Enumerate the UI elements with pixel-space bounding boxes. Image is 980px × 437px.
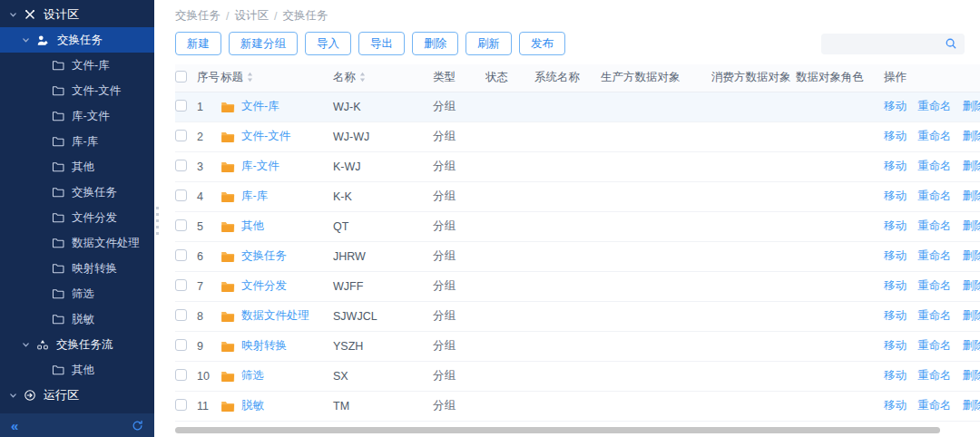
row-checkbox[interactable] <box>175 339 187 351</box>
refresh-button[interactable]: 刷新 <box>466 32 512 55</box>
search-box <box>821 34 965 54</box>
sidebar-item[interactable]: 库-库 <box>0 129 154 154</box>
sidebar-item[interactable]: 脱敏 <box>0 306 154 332</box>
move-link[interactable]: 移动 <box>884 339 906 352</box>
rename-link[interactable]: 重命名 <box>917 309 952 322</box>
rename-link[interactable]: 重命名 <box>917 130 952 142</box>
import-button[interactable]: 导入 <box>305 32 351 55</box>
row-title-link[interactable]: 库-库 <box>241 189 268 204</box>
delete-link[interactable]: 删除 <box>963 160 980 172</box>
sidebar-item[interactable]: 交换任务 <box>0 27 154 53</box>
delete-link[interactable]: 删除 <box>963 369 980 382</box>
move-link[interactable]: 移动 <box>884 189 906 202</box>
move-link[interactable]: 移动 <box>884 219 906 232</box>
folder-icon <box>52 59 64 72</box>
cell-object-role <box>796 301 884 331</box>
row-title-link[interactable]: 映射转换 <box>241 338 287 354</box>
new-group-button[interactable]: 新建分组 <box>229 32 298 55</box>
row-title-link[interactable]: 其他 <box>241 218 264 234</box>
row-title-link[interactable]: 文件分发 <box>241 278 287 294</box>
sidebar-item[interactable]: 文件-文件 <box>0 78 154 103</box>
delete-button[interactable]: 删除 <box>412 32 458 55</box>
rename-link[interactable]: 重命名 <box>917 189 952 202</box>
delete-link[interactable]: 删除 <box>963 249 980 262</box>
row-checkbox[interactable] <box>175 130 187 141</box>
row-title-link[interactable]: 交换任务 <box>241 248 287 264</box>
sidebar-resize-handle[interactable] <box>156 207 159 237</box>
move-link[interactable]: 移动 <box>884 369 906 382</box>
row-checkbox[interactable] <box>175 160 187 171</box>
rename-link[interactable]: 重命名 <box>917 249 952 262</box>
delete-link[interactable]: 删除 <box>963 279 980 292</box>
row-title-link[interactable]: 脱敏 <box>241 398 264 413</box>
move-link[interactable]: 移动 <box>884 309 906 322</box>
sidebar-item[interactable]: 交换任务流 <box>0 332 154 357</box>
move-link[interactable]: 移动 <box>884 130 906 142</box>
sidebar-item[interactable]: 其他 <box>0 154 154 180</box>
refresh-icon[interactable] <box>132 420 143 432</box>
rename-link[interactable]: 重命名 <box>917 160 952 172</box>
horizontal-scrollbar-thumb[interactable] <box>175 427 940 433</box>
breadcrumb-item[interactable]: 交换任务 <box>282 8 328 24</box>
move-link[interactable]: 移动 <box>884 279 906 292</box>
move-link[interactable]: 移动 <box>884 100 906 112</box>
row-title-link[interactable]: 库-文件 <box>241 159 279 174</box>
row-checkbox[interactable] <box>175 369 187 381</box>
delete-link[interactable]: 删除 <box>963 309 980 322</box>
row-checkbox[interactable] <box>175 309 187 321</box>
delete-link[interactable]: 删除 <box>963 339 980 352</box>
export-button[interactable]: 导出 <box>358 32 405 55</box>
row-title-link[interactable]: 筛选 <box>241 368 264 384</box>
delete-link[interactable]: 删除 <box>963 100 980 112</box>
search-input[interactable] <box>821 37 945 50</box>
rename-link[interactable]: 重命名 <box>917 369 952 382</box>
row-title-link[interactable]: 数据文件处理 <box>241 308 309 324</box>
sidebar-item[interactable]: 筛选 <box>0 281 154 306</box>
row-title-link[interactable]: 文件-库 <box>241 99 279 114</box>
move-link[interactable]: 移动 <box>884 399 906 412</box>
row-checkbox[interactable] <box>175 189 187 201</box>
search-icon[interactable] <box>945 37 957 50</box>
breadcrumb-item[interactable]: 交换任务 <box>175 8 220 24</box>
sort-icon[interactable] <box>359 72 366 83</box>
flow-icon <box>36 338 49 351</box>
row-name: SX <box>333 370 348 383</box>
cell-producer-object <box>601 271 711 301</box>
cell-system-name <box>534 301 601 331</box>
rename-link[interactable]: 重命名 <box>917 339 952 352</box>
sidebar-item[interactable]: 其他 <box>0 357 154 383</box>
sidebar-item[interactable]: 交换任务 <box>0 180 154 205</box>
row-checkbox[interactable] <box>175 399 187 411</box>
sidebar-item[interactable]: 文件-库 <box>0 53 154 78</box>
collapse-sidebar-button[interactable]: « <box>11 419 18 432</box>
sidebar-item[interactable]: 文件分发 <box>0 205 154 230</box>
sidebar-item[interactable]: 设计区 <box>0 2 154 27</box>
rename-link[interactable]: 重命名 <box>917 219 952 232</box>
move-link[interactable]: 移动 <box>884 249 906 262</box>
rename-link[interactable]: 重命名 <box>917 399 952 412</box>
row-checkbox[interactable] <box>175 249 187 261</box>
select-all-checkbox[interactable] <box>175 71 187 83</box>
sidebar-item[interactable]: 映射转换 <box>0 256 154 281</box>
delete-link[interactable]: 删除 <box>963 189 980 202</box>
row-title-link[interactable]: 文件-文件 <box>241 129 290 144</box>
cell-status <box>485 151 534 181</box>
rename-link[interactable]: 重命名 <box>917 279 952 292</box>
row-index: 9 <box>197 340 203 353</box>
sidebar-item[interactable]: 数据文件处理 <box>0 230 154 256</box>
delete-link[interactable]: 删除 <box>963 219 980 232</box>
rename-link[interactable]: 重命名 <box>917 100 952 112</box>
new-button[interactable]: 新建 <box>175 32 221 55</box>
row-checkbox[interactable] <box>175 100 187 112</box>
row-checkbox[interactable] <box>175 279 187 291</box>
table-row: 7文件分发WJFF分组移动重命名删除 <box>175 271 980 301</box>
publish-button[interactable]: 发布 <box>519 32 565 55</box>
move-link[interactable]: 移动 <box>884 160 906 172</box>
delete-link[interactable]: 删除 <box>963 130 980 142</box>
breadcrumb-item[interactable]: 设计区 <box>234 8 269 24</box>
sidebar-item[interactable]: 库-文件 <box>0 103 154 129</box>
sidebar-item[interactable]: 运行区 <box>0 383 154 408</box>
delete-link[interactable]: 删除 <box>963 399 980 412</box>
sort-icon[interactable] <box>247 72 253 83</box>
row-checkbox[interactable] <box>175 219 187 231</box>
